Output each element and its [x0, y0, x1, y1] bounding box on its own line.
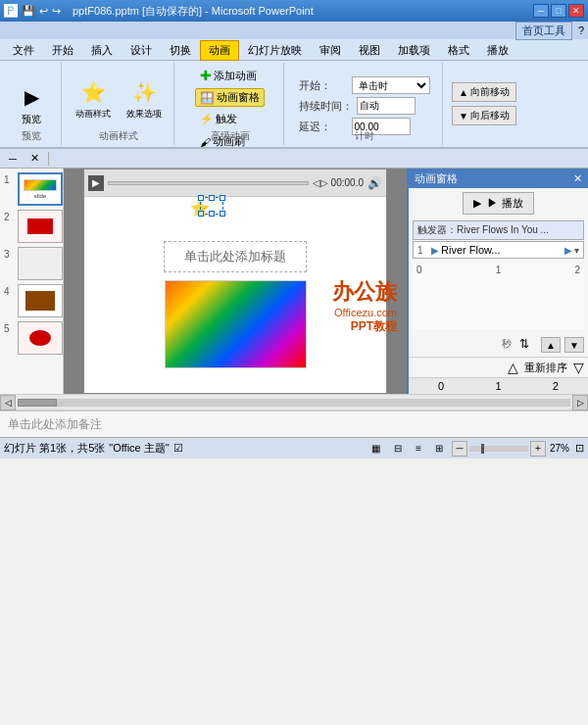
effect-options-button[interactable]: ✨ 效果选项 — [121, 69, 168, 127]
play-all-button[interactable]: ▶ ▶ 播放 — [463, 192, 533, 215]
view-presenter-button[interactable]: ⊞ — [430, 441, 448, 456]
tab-transitions[interactable]: 切换 — [161, 40, 200, 60]
accessibility-icon[interactable]: ☑ — [173, 442, 183, 455]
notes-area[interactable]: 单击此处添加备注 — [0, 410, 588, 437]
animation-item-row[interactable]: 1 ▶ River Flow... ▶ ▾ — [413, 241, 584, 259]
slide-canvas: ▶ ◁▷ 00:00.0 🔊 ⭐ — [83, 169, 387, 394]
anim-item-dropdown[interactable]: ▾ — [574, 245, 579, 256]
tab-view[interactable]: 视图 — [350, 40, 389, 60]
h-scrollbar: ◁ ▷ — [0, 394, 588, 410]
app-icon: 🅿 — [4, 3, 18, 19]
redo-icon[interactable]: ↪ — [52, 5, 61, 18]
volume-icon[interactable]: 🔊 — [368, 176, 382, 190]
tab-file[interactable]: 文件 — [4, 40, 43, 60]
anim-item-name: River Flow... — [441, 244, 563, 256]
slide-num-3: 3 — [4, 249, 10, 260]
slide-thumb-4[interactable]: 4 — [4, 284, 59, 317]
trigger-icon: ⚡ — [200, 113, 214, 125]
effect-options-label: 效果选项 — [126, 108, 162, 121]
tab-playback[interactable]: 播放 — [478, 40, 517, 60]
close-button[interactable]: ✕ — [568, 4, 584, 18]
handle-tr[interactable] — [220, 195, 225, 201]
tab-insert[interactable]: 插入 — [82, 40, 122, 60]
duration-label: 持续时间： — [299, 99, 353, 114]
scroll-left-button[interactable]: ◁ — [0, 395, 16, 411]
slide-img-1: slide — [18, 172, 63, 206]
animation-panel: 动画窗格 ✕ ▶ ▶ 播放 触发器：River Flows In You ...… — [407, 169, 588, 394]
animation-panel-close[interactable]: ✕ — [573, 172, 582, 185]
timeline-num-2: 2 — [553, 380, 559, 392]
zoom-control: ─ + 27% — [452, 441, 569, 457]
slide-img-5 — [18, 321, 63, 355]
seek-bar[interactable] — [108, 181, 309, 185]
media-play-button[interactable]: ▶ — [88, 175, 104, 191]
canvas-wrapper: 1 slide 2 3 4 — [0, 169, 588, 394]
home-tools-tab[interactable]: 首页工具 — [515, 22, 572, 40]
slide-info: 幻灯片 第1张，共5张 — [4, 441, 105, 456]
status-bar-left: 幻灯片 第1张，共5张 "Office 主题" ☑ — [4, 441, 183, 456]
slide-thumb-1[interactable]: 1 slide — [4, 172, 59, 206]
quick-btn-x[interactable]: ✕ — [25, 150, 44, 167]
tab-slideshow[interactable]: 幻灯片放映 — [239, 40, 311, 60]
zoom-percent: 27% — [550, 443, 569, 454]
animation-group-label: 动画样式 — [64, 129, 173, 143]
trigger-label: 触发器：River Flows In You ... — [413, 220, 584, 240]
slide-thumb-2[interactable]: 2 — [4, 210, 59, 243]
start-dropdown[interactable]: 单击时 — [352, 76, 430, 94]
scrollbar-track[interactable] — [18, 399, 570, 407]
slide-thumb-3[interactable]: 3 — [4, 247, 59, 280]
zoom-out-button[interactable]: ─ — [452, 441, 467, 457]
scroll-down-button[interactable]: ▼ — [564, 337, 584, 353]
move-forward-button[interactable]: ▲ 向前移动 — [452, 82, 516, 102]
tab-format[interactable]: 格式 — [439, 40, 478, 60]
quick-btn-minimize[interactable]: ─ — [4, 151, 22, 167]
handle-bl[interactable] — [198, 211, 204, 217]
title-placeholder[interactable]: 单击此处添加标题 — [164, 241, 307, 272]
ribbon-group-reorder: ▲ 向前移动 ▼ 向后移动 — [445, 63, 523, 145]
title-bar-controls: ─ □ ✕ — [533, 4, 584, 18]
handle-bm[interactable] — [209, 211, 215, 217]
zoom-bar[interactable] — [469, 446, 528, 452]
restore-button[interactable]: □ — [551, 4, 566, 18]
tab-animations[interactable]: 动画 — [200, 40, 239, 61]
forward-arrow-icon[interactable]: △ — [508, 360, 518, 375]
backward-icon: ▼ — [459, 111, 468, 121]
minimize-button[interactable]: ─ — [533, 4, 549, 18]
backward-arrow-icon[interactable]: ▽ — [573, 360, 584, 375]
anim-item-play-btn[interactable]: ▶ — [564, 245, 572, 256]
title-bar-left: 🅿 💾 ↩ ↪ pptF086.pptm [自动保存的] - Microsoft… — [4, 3, 314, 19]
animation-style-button[interactable]: ⭐ 动画样式 — [70, 69, 117, 127]
slide-thumb-5[interactable]: 5 — [4, 321, 59, 355]
trigger-button[interactable]: ⚡ 触发 — [195, 109, 242, 129]
scrollbar-thumb[interactable] — [18, 399, 57, 407]
tab-review[interactable]: 审阅 — [311, 40, 350, 60]
quick-save-icon[interactable]: 💾 — [22, 5, 35, 18]
duration-input[interactable] — [357, 97, 416, 115]
preview-icon: ▶ — [16, 81, 47, 113]
zoom-in-button[interactable]: + — [530, 441, 546, 457]
move-backward-button[interactable]: ▼ 向后移动 — [452, 106, 516, 125]
preview-button[interactable]: ▶ 预览 — [8, 74, 55, 133]
title-text: pptF086.pptm [自动保存的] - Microsoft PowerPo… — [73, 4, 314, 19]
scroll-up-button[interactable]: ▲ — [541, 337, 561, 353]
tab-design[interactable]: 设计 — [122, 40, 161, 60]
handle-tm[interactable] — [209, 195, 215, 201]
view-reading-button[interactable]: ≡ — [411, 441, 426, 456]
anim-play-icon: ▶ — [431, 245, 439, 256]
scroll-arrows: 秒 ⇅ ▲ ▼ — [409, 333, 588, 357]
ribbon-group-preview: ▶ 预览 预览 — [2, 63, 62, 145]
slide-num-4: 4 — [4, 286, 10, 297]
add-animation-button[interactable]: ✚ 添加动画 — [195, 65, 262, 86]
view-normal-button[interactable]: ▦ — [367, 441, 385, 456]
tab-home[interactable]: 开始 — [43, 40, 82, 60]
scroll-right-button[interactable]: ▷ — [572, 395, 588, 411]
fit-button[interactable]: ⊡ — [575, 442, 584, 455]
handle-tl[interactable] — [198, 195, 204, 201]
tab-addins[interactable]: 加载项 — [389, 40, 439, 60]
view-slide-button[interactable]: ⊟ — [389, 441, 407, 456]
undo-icon[interactable]: ↩ — [39, 5, 48, 18]
notes-placeholder: 单击此处添加备注 — [8, 416, 102, 433]
handle-br[interactable] — [220, 211, 225, 217]
help-icon[interactable]: ? — [578, 24, 584, 36]
animation-panel-button[interactable]: 🪟 动画窗格 — [195, 88, 265, 107]
